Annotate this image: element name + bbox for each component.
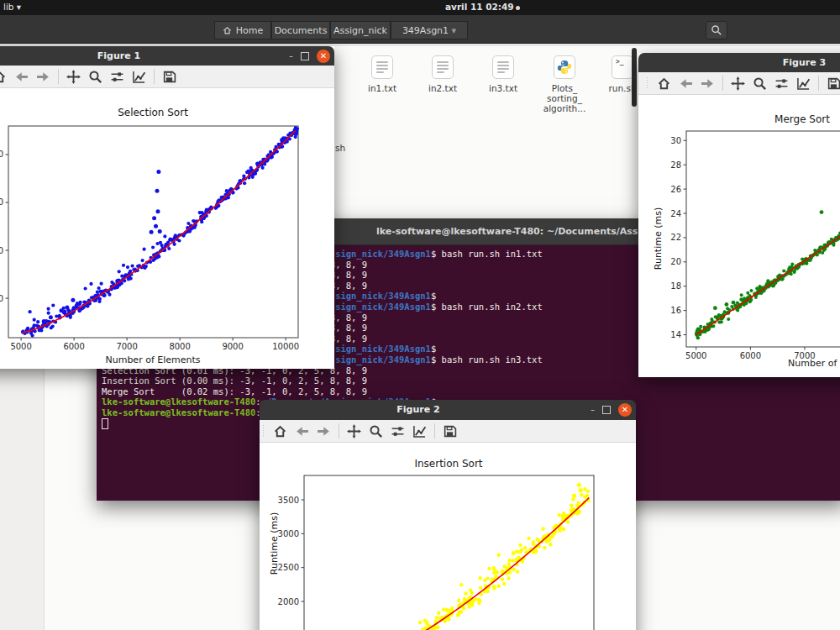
svg-text:Number of Elements: Number of Elements xyxy=(105,354,200,365)
maximize-button[interactable] xyxy=(301,52,309,60)
terminal-cursor xyxy=(102,418,108,429)
svg-text:7000: 7000 xyxy=(116,342,137,351)
search-button[interactable] xyxy=(706,21,727,39)
customize-icon[interactable] xyxy=(796,76,811,91)
back-icon[interactable] xyxy=(679,76,693,91)
subplots-icon[interactable] xyxy=(110,70,124,84)
toolbar-separator xyxy=(722,76,723,91)
breadcrumb-item-assign_nick[interactable]: Assign_nick xyxy=(330,21,391,39)
svg-text:24: 24 xyxy=(670,209,681,218)
svg-text:Merge Sort: Merge Sort xyxy=(774,113,830,125)
toolbar-grip xyxy=(646,76,649,90)
toolbar-separator xyxy=(818,76,819,91)
text-file-icon xyxy=(371,55,393,79)
figure2-titlebar[interactable]: Figure 2 – ✕ xyxy=(260,400,636,420)
svg-text:0: 0 xyxy=(0,150,3,159)
svg-text:10000: 10000 xyxy=(272,342,299,351)
file-item-in2-txt[interactable]: in2.txt xyxy=(412,55,473,93)
close-button[interactable]: ✕ xyxy=(618,403,632,417)
home-icon[interactable] xyxy=(0,70,7,84)
forward-icon[interactable] xyxy=(317,424,331,438)
breadcrumb-item-home[interactable]: Home xyxy=(214,21,271,39)
python-icon xyxy=(557,60,572,75)
shell-script-icon: >_ xyxy=(612,55,633,79)
svg-text:28: 28 xyxy=(670,160,681,170)
figure3-title: Figure 3 xyxy=(638,57,840,68)
clock[interactable]: avril 11 02:49 xyxy=(445,2,514,12)
subplots-icon[interactable] xyxy=(774,76,789,91)
file-item-plots-[interactable]: Plots_sorting_algorith... xyxy=(534,55,595,113)
toolbar-separator xyxy=(154,69,155,84)
subplots-icon[interactable] xyxy=(391,424,405,438)
figure3-titlebar[interactable]: Figure 3 xyxy=(638,53,840,72)
zoom-icon[interactable] xyxy=(753,76,767,91)
figure1-plot-canvas[interactable]: 50006000700080009000100000000Selection S… xyxy=(0,88,334,369)
toolbar-separator xyxy=(434,423,435,438)
svg-text:0: 0 xyxy=(0,197,3,207)
pan-icon[interactable] xyxy=(66,70,81,84)
figure3-plot-canvas[interactable]: 5000600070008000141618202224262830Merge … xyxy=(638,95,840,377)
toolbar-separator xyxy=(339,423,339,438)
customize-icon[interactable] xyxy=(132,70,146,84)
file-label: in3.txt xyxy=(473,83,533,93)
minimize-button[interactable]: – xyxy=(289,52,293,60)
home-icon xyxy=(223,26,232,35)
forward-icon[interactable] xyxy=(36,70,50,84)
save-icon[interactable] xyxy=(443,424,457,438)
files-header-bar: HomeDocumentsAssign_nick349Asgn1 ▾ xyxy=(0,15,840,44)
close-button[interactable]: ✕ xyxy=(317,50,330,63)
svg-text:30: 30 xyxy=(670,136,681,145)
svg-text:6000: 6000 xyxy=(740,351,761,360)
figure2-plot-canvas[interactable]: 2000250030003500Insertion SortRuntime (m… xyxy=(260,443,636,630)
scrollbar-thumb[interactable] xyxy=(632,48,637,107)
file-label: in2.txt xyxy=(412,83,473,93)
chevron-down-icon: ▾ xyxy=(452,25,457,36)
home-icon[interactable] xyxy=(273,424,287,438)
figure1-window: Figure 1 – ✕ 500060007000800090001000000… xyxy=(0,46,334,368)
svg-text:Number of Elements: Number of Elements xyxy=(788,358,840,369)
notification-dot-icon xyxy=(516,6,520,10)
file-item-in3-txt[interactable]: in3.txt xyxy=(473,55,533,93)
svg-text:3000: 3000 xyxy=(278,529,299,538)
figure2-window: Figure 2 – ✕ 2000250030003500Insertion S… xyxy=(260,400,636,630)
terminal-line: Insertion Sort (0.00 ms): -3, -1, 0, 2, … xyxy=(102,375,840,386)
gnome-top-bar: lib ▾ avril 11 02:49 xyxy=(0,0,840,15)
file-label: in1.txt xyxy=(352,83,412,93)
customize-icon[interactable] xyxy=(412,424,427,438)
zoom-icon[interactable] xyxy=(369,424,383,438)
search-icon xyxy=(711,24,722,36)
text-file-icon xyxy=(432,55,454,79)
forward-icon[interactable] xyxy=(701,76,715,91)
maximize-button[interactable] xyxy=(602,406,611,414)
figure1-titlebar[interactable]: Figure 1 – ✕ xyxy=(0,46,334,66)
file-label-fragment[interactable]: sh xyxy=(335,143,345,153)
save-icon[interactable] xyxy=(162,70,176,84)
back-icon[interactable] xyxy=(295,424,309,438)
save-icon[interactable] xyxy=(827,76,840,91)
svg-text:5000: 5000 xyxy=(10,342,31,351)
pan-icon[interactable] xyxy=(347,424,361,438)
zoom-icon[interactable] xyxy=(88,70,102,84)
svg-text:9000: 9000 xyxy=(222,342,243,351)
app-menu[interactable]: lib ▾ xyxy=(3,2,21,12)
file-item-in1-txt[interactable]: in1.txt xyxy=(352,55,412,93)
svg-text:3500: 3500 xyxy=(278,496,299,505)
svg-text:18: 18 xyxy=(670,281,681,291)
svg-text:6000: 6000 xyxy=(63,342,84,351)
svg-text:14: 14 xyxy=(670,330,681,339)
pan-icon[interactable] xyxy=(731,76,745,91)
text-file-icon xyxy=(492,55,514,79)
figure3-window: Figure 3 5000600070008000141618202224262… xyxy=(638,53,840,376)
minimize-button[interactable]: – xyxy=(591,406,595,414)
toolbar-separator xyxy=(58,69,59,84)
svg-text:0: 0 xyxy=(0,246,3,255)
python-file-icon xyxy=(554,55,575,79)
svg-text:Runtime (ms): Runtime (ms) xyxy=(269,512,280,575)
home-icon[interactable] xyxy=(657,76,671,91)
breadcrumb-item-documents[interactable]: Documents xyxy=(271,21,330,39)
breadcrumb-item-349asgn1[interactable]: 349Asgn1 ▾ xyxy=(391,21,468,39)
svg-text:26: 26 xyxy=(670,185,681,194)
back-icon[interactable] xyxy=(14,70,29,84)
chevron-down-icon: ▾ xyxy=(17,2,21,12)
svg-text:5000: 5000 xyxy=(685,351,706,360)
